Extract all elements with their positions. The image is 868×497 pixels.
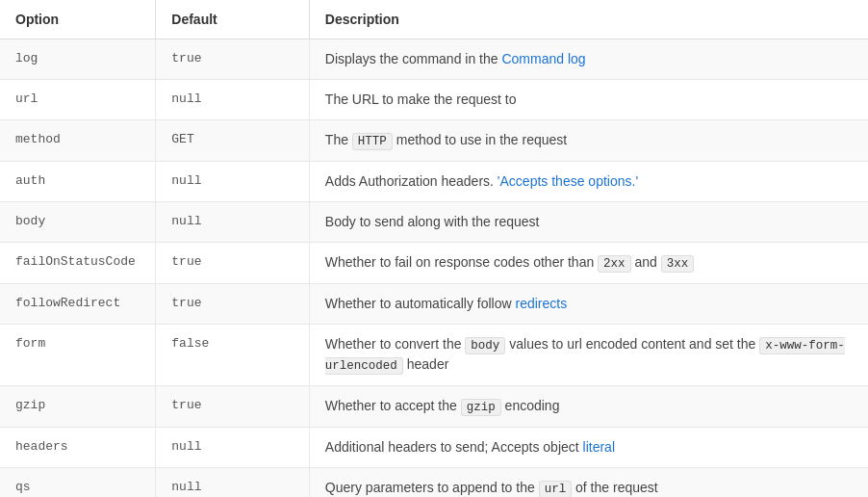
default-cell: true (156, 39, 310, 80)
table-row: qsnullQuery parameters to append to the … (0, 467, 868, 497)
table-header-row: Option Default Description (0, 0, 868, 39)
default-value: null (171, 92, 201, 106)
description-text: Adds Authorization headers. 'Accepts the… (325, 173, 638, 189)
option-name: body (15, 214, 45, 228)
option-cell: gzip (0, 386, 156, 428)
description-cell: Whether to accept the gzip encoding (309, 386, 868, 428)
option-cell: auth (0, 161, 156, 201)
table-row: authnullAdds Authorization headers. 'Acc… (0, 161, 868, 201)
options-table: Option Default Description logtrueDispla… (0, 0, 868, 497)
description-text: The HTTP method to use in the request (325, 132, 567, 147)
description-text: Displays the command in the Command log (325, 51, 586, 66)
description-cell: Additional headers to send; Accepts obje… (309, 427, 868, 467)
table-row: logtrueDisplays the command in the Comma… (0, 39, 868, 80)
table-row: failOnStatusCodetrueWhether to fail on r… (0, 242, 868, 283)
table-row: methodGETThe HTTP method to use in the r… (0, 120, 868, 162)
description-link[interactable]: redirects (515, 296, 567, 311)
description-text: Whether to automatically follow redirect… (325, 296, 567, 311)
description-text: Whether to convert the body values to ur… (325, 336, 845, 373)
option-name: log (15, 51, 38, 65)
option-name: form (15, 336, 45, 351)
default-value: null (171, 173, 201, 188)
option-cell: url (0, 80, 156, 120)
table-row: bodynullBody to send along with the requ… (0, 201, 868, 242)
default-cell: true (156, 283, 310, 324)
description-cell: The URL to make the request to (309, 80, 868, 120)
option-name: followRedirect (15, 296, 120, 310)
description-text: Whether to accept the gzip encoding (325, 398, 560, 413)
option-name: url (15, 92, 38, 106)
default-cell: false (156, 324, 310, 386)
description-cell: Adds Authorization headers. 'Accepts the… (309, 161, 868, 201)
default-cell: GET (156, 120, 310, 162)
default-cell: null (156, 161, 310, 201)
default-cell: null (156, 201, 310, 242)
description-cell: Whether to fail on response codes other … (309, 242, 868, 283)
option-cell: followRedirect (0, 283, 156, 324)
header-default: Default (156, 0, 310, 39)
code-snippet: 3xx (661, 255, 695, 273)
code-snippet: gzip (461, 399, 501, 416)
default-cell: true (156, 242, 310, 283)
code-snippet: body (465, 337, 505, 354)
default-value: true (171, 254, 201, 269)
option-name: method (15, 132, 61, 146)
option-name: gzip (15, 398, 45, 412)
option-cell: headers (0, 427, 156, 467)
description-text: The URL to make the request to (325, 92, 517, 107)
description-text: Additional headers to send; Accepts obje… (325, 439, 615, 455)
code-snippet: HTTP (352, 133, 393, 150)
default-value: true (171, 398, 201, 412)
default-value: true (171, 296, 201, 310)
description-cell: Whether to automatically follow redirect… (309, 283, 868, 324)
default-value: true (171, 51, 201, 65)
description-cell: Whether to convert the body values to ur… (309, 324, 868, 386)
description-text: Body to send along with the request (325, 214, 540, 229)
default-cell: null (156, 427, 310, 467)
description-cell: Body to send along with the request (309, 201, 868, 242)
option-name: qs (15, 480, 31, 494)
code-snippet: url (539, 481, 573, 497)
description-cell: Displays the command in the Command log (309, 39, 868, 80)
description-link[interactable]: 'Accepts these options.' (498, 173, 638, 189)
description-cell: Query parameters to append to the url of… (309, 467, 868, 497)
option-cell: log (0, 39, 156, 80)
table-row: followRedirecttrueWhether to automatical… (0, 283, 868, 324)
header-description: Description (309, 0, 868, 39)
option-cell: qs (0, 467, 156, 497)
table-row: gziptrueWhether to accept the gzip encod… (0, 386, 868, 428)
description-text: Query parameters to append to the url of… (325, 480, 658, 495)
default-cell: null (156, 467, 310, 497)
code-snippet: 2xx (598, 255, 631, 273)
code-snippet: x-www-form-urlencoded (325, 337, 845, 376)
option-name: auth (15, 173, 45, 188)
option-cell: form (0, 324, 156, 386)
description-cell: The HTTP method to use in the request (309, 120, 868, 162)
option-cell: method (0, 120, 156, 162)
option-name: headers (15, 439, 68, 454)
table-row: headersnullAdditional headers to send; A… (0, 427, 868, 467)
default-value: GET (171, 132, 193, 146)
table-row: formfalseWhether to convert the body val… (0, 324, 868, 386)
option-cell: body (0, 201, 156, 242)
default-cell: null (156, 80, 310, 120)
header-option: Option (0, 0, 156, 39)
default-value: false (171, 336, 209, 351)
default-value: null (171, 439, 201, 454)
default-value: null (171, 214, 201, 228)
description-text: Whether to fail on response codes other … (325, 254, 694, 270)
description-link[interactable]: literal (583, 439, 615, 455)
description-link[interactable]: Command log (501, 51, 585, 66)
option-name: failOnStatusCode (15, 254, 136, 269)
default-value: null (171, 480, 201, 494)
table-row: urlnullThe URL to make the request to (0, 80, 868, 120)
default-cell: true (156, 386, 310, 428)
option-cell: failOnStatusCode (0, 242, 156, 283)
